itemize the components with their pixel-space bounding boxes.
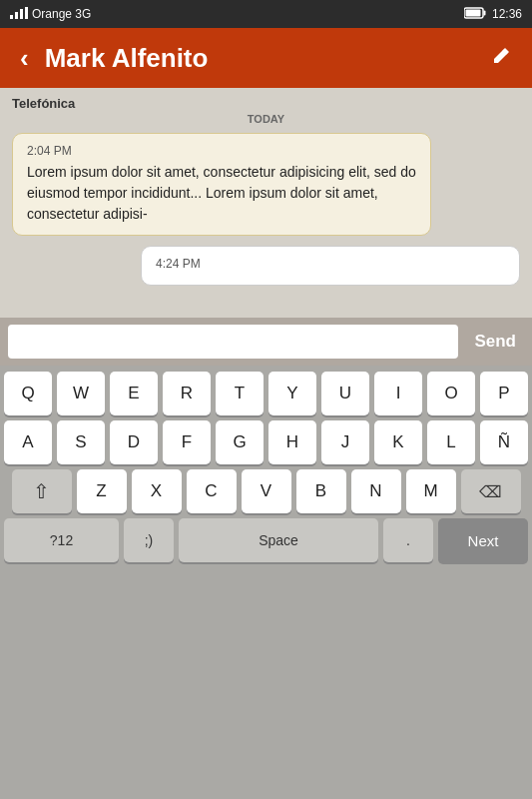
key-j[interactable]: J <box>321 420 369 464</box>
key-i[interactable]: I <box>374 372 422 415</box>
svg-rect-0 <box>10 15 13 19</box>
header: ‹ Mark Alfenito <box>0 28 532 88</box>
keyboard-row-4: ?12 ;) Space . Next <box>4 518 528 562</box>
key-c[interactable]: C <box>187 469 237 513</box>
key-o[interactable]: O <box>427 372 475 415</box>
signal-icon <box>10 7 28 22</box>
keyboard-row-3: ⇧ Z X C V B N M ⌫ <box>4 469 528 513</box>
status-left: Orange 3G <box>10 7 91 22</box>
key-ntilde[interactable]: Ñ <box>480 420 528 464</box>
emoji-key[interactable]: ;) <box>124 518 174 562</box>
message-text: Lorem ipsum dolor sit amet, consectetur … <box>27 162 416 225</box>
key-b[interactable]: B <box>296 469 346 513</box>
key-r[interactable]: R <box>163 372 211 415</box>
keyboard: Q W E R T Y U I O P A S D F G H J K L Ñ … <box>0 366 532 799</box>
key-l[interactable]: L <box>427 420 475 464</box>
next-key[interactable]: Next <box>438 518 528 562</box>
back-button[interactable]: ‹ <box>12 39 37 78</box>
key-q[interactable]: Q <box>4 372 52 415</box>
key-k[interactable]: K <box>374 420 422 464</box>
key-p[interactable]: P <box>480 372 528 415</box>
provider-label: Telefónica <box>12 96 520 111</box>
key-t[interactable]: T <box>216 372 264 415</box>
svg-rect-3 <box>25 7 28 19</box>
key-s[interactable]: S <box>57 420 105 464</box>
key-e[interactable]: E <box>110 372 158 415</box>
message-time: 2:04 PM <box>27 144 416 158</box>
message-bubble-outgoing: 4:24 PM <box>141 246 520 286</box>
keyboard-row-1: Q W E R T Y U I O P <box>4 372 528 415</box>
svg-rect-1 <box>15 12 18 19</box>
keyboard-row-2: A S D F G H J K L Ñ <box>4 420 528 464</box>
svg-rect-2 <box>20 9 23 19</box>
key-n[interactable]: N <box>351 469 401 513</box>
contact-name: Mark Alfenito <box>45 43 482 74</box>
key-v[interactable]: V <box>242 469 291 513</box>
shift-key[interactable]: ⇧ <box>12 469 72 513</box>
send-button[interactable]: Send <box>466 328 524 356</box>
period-key[interactable]: . <box>383 518 433 562</box>
svg-rect-6 <box>465 9 480 16</box>
battery-icon <box>464 7 486 22</box>
backspace-key[interactable]: ⌫ <box>461 469 521 513</box>
key-h[interactable]: H <box>268 420 316 464</box>
space-key[interactable]: Space <box>179 518 378 562</box>
key-u[interactable]: U <box>321 372 369 415</box>
carrier-label: Orange 3G <box>32 7 91 21</box>
chat-area: Telefónica TODAY 2:04 PM Lorem ipsum dol… <box>0 88 532 318</box>
key-z[interactable]: Z <box>77 469 127 513</box>
key-a[interactable]: A <box>4 420 52 464</box>
key-x[interactable]: X <box>132 469 182 513</box>
message-input[interactable] <box>8 325 458 359</box>
message-bubble-incoming: 2:04 PM Lorem ipsum dolor sit amet, cons… <box>12 133 431 236</box>
key-m[interactable]: M <box>406 469 456 513</box>
key-f[interactable]: F <box>163 420 211 464</box>
input-bar: Send <box>0 318 532 366</box>
status-bar: Orange 3G 12:36 <box>0 0 532 28</box>
time-label: 12:36 <box>492 7 522 21</box>
key-d[interactable]: D <box>110 420 158 464</box>
message-time-out: 4:24 PM <box>156 257 505 271</box>
key-w[interactable]: W <box>57 372 105 415</box>
key-y[interactable]: Y <box>268 372 316 415</box>
symbols-key[interactable]: ?12 <box>4 518 119 562</box>
status-right: 12:36 <box>464 7 522 22</box>
svg-rect-5 <box>483 10 485 15</box>
edit-button[interactable] <box>482 41 520 76</box>
date-label: TODAY <box>12 113 520 125</box>
key-g[interactable]: G <box>216 420 264 464</box>
